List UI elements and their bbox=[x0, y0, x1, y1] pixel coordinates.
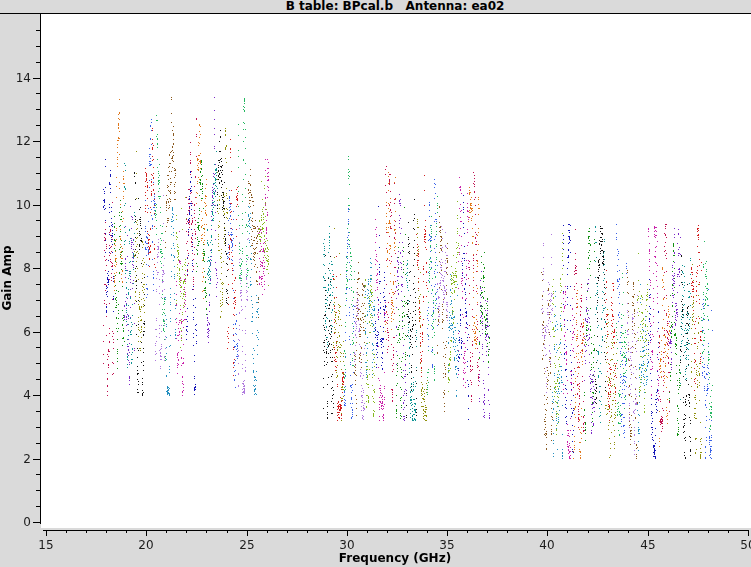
x-minor-tick bbox=[507, 530, 508, 533]
x-minor-tick bbox=[227, 530, 228, 533]
x-minor-tick bbox=[628, 530, 629, 533]
x-minor-tick bbox=[708, 530, 709, 533]
y-minor-tick bbox=[36, 220, 40, 221]
x-minor-tick bbox=[467, 530, 468, 533]
y-major-tick bbox=[33, 141, 40, 142]
y-minor-tick bbox=[36, 284, 40, 285]
y-minor-tick bbox=[36, 93, 40, 94]
x-tick-label: 25 bbox=[227, 538, 267, 552]
x-minor-tick bbox=[567, 530, 568, 533]
y-minor-tick bbox=[36, 189, 40, 190]
y-major-tick bbox=[33, 332, 40, 333]
x-minor-tick bbox=[427, 530, 428, 533]
x-major-tick bbox=[447, 530, 448, 536]
y-axis-title: Gain Amp bbox=[0, 240, 14, 316]
x-minor-tick bbox=[106, 530, 107, 533]
y-minor-tick bbox=[36, 157, 40, 158]
y-tick-label: 10 bbox=[0, 198, 31, 212]
y-tick-label: 2 bbox=[0, 452, 31, 466]
y-tick-label: 12 bbox=[0, 134, 31, 148]
x-minor-tick bbox=[728, 530, 729, 533]
y-major-tick bbox=[33, 459, 40, 460]
y-minor-tick bbox=[36, 443, 40, 444]
x-minor-tick bbox=[387, 530, 388, 533]
x-minor-tick bbox=[668, 530, 669, 533]
y-minor-tick bbox=[36, 109, 40, 110]
x-minor-tick bbox=[487, 530, 488, 533]
x-minor-tick bbox=[688, 530, 689, 533]
y-minor-tick bbox=[36, 316, 40, 317]
y-minor-tick bbox=[36, 30, 40, 31]
x-tick-label: 50 bbox=[728, 538, 751, 552]
x-minor-tick bbox=[267, 530, 268, 533]
x-minor-tick bbox=[206, 530, 207, 533]
y-minor-tick bbox=[36, 236, 40, 237]
x-minor-tick bbox=[307, 530, 308, 533]
y-minor-tick bbox=[36, 411, 40, 412]
x-tick-label: 15 bbox=[26, 538, 66, 552]
x-axis-title: Frequency (GHz) bbox=[42, 551, 748, 565]
y-minor-tick bbox=[36, 300, 40, 301]
x-tick-label: 40 bbox=[527, 538, 567, 552]
plot-window: B table: BPcal.b Antenna: ea02 024681012… bbox=[0, 0, 751, 567]
x-major-tick bbox=[46, 530, 47, 536]
y-minor-tick bbox=[36, 125, 40, 126]
x-major-tick bbox=[247, 530, 248, 536]
x-minor-tick bbox=[166, 530, 167, 533]
x-minor-tick bbox=[126, 530, 127, 533]
y-major-tick bbox=[33, 268, 40, 269]
x-minor-tick bbox=[588, 530, 589, 533]
y-minor-tick bbox=[36, 474, 40, 475]
y-minor-tick bbox=[36, 46, 40, 47]
y-major-tick bbox=[33, 522, 40, 523]
x-tick-label: 20 bbox=[126, 538, 166, 552]
y-minor-tick bbox=[36, 252, 40, 253]
x-minor-tick bbox=[86, 530, 87, 533]
x-minor-tick bbox=[287, 530, 288, 533]
y-tick-label: 14 bbox=[0, 71, 31, 85]
y-major-tick bbox=[33, 78, 40, 79]
x-minor-tick bbox=[66, 530, 67, 533]
y-minor-tick bbox=[36, 506, 40, 507]
y-minor-tick bbox=[36, 347, 40, 348]
x-minor-tick bbox=[327, 530, 328, 533]
y-minor-tick bbox=[36, 427, 40, 428]
x-major-tick bbox=[748, 530, 749, 536]
y-minor-tick bbox=[36, 363, 40, 364]
y-tick-label: 6 bbox=[0, 325, 31, 339]
plot-points-canvas[interactable] bbox=[41, 14, 751, 528]
x-major-tick bbox=[146, 530, 147, 536]
x-tick-label: 30 bbox=[327, 538, 367, 552]
y-tick-label: 4 bbox=[0, 388, 31, 402]
y-major-tick bbox=[33, 395, 40, 396]
x-axis-backbone bbox=[43, 530, 748, 531]
x-major-tick bbox=[547, 530, 548, 536]
y-minor-tick bbox=[36, 490, 40, 491]
x-minor-tick bbox=[608, 530, 609, 533]
y-tick-label: 0 bbox=[0, 515, 31, 529]
x-tick-label: 45 bbox=[628, 538, 668, 552]
x-tick-label: 35 bbox=[427, 538, 467, 552]
x-minor-tick bbox=[527, 530, 528, 533]
x-major-tick bbox=[648, 530, 649, 536]
x-minor-tick bbox=[407, 530, 408, 533]
x-major-tick bbox=[347, 530, 348, 536]
y-minor-tick bbox=[36, 62, 40, 63]
plot-title: B table: BPcal.b Antenna: ea02 bbox=[42, 0, 748, 13]
y-minor-tick bbox=[36, 173, 40, 174]
x-minor-tick bbox=[367, 530, 368, 533]
title-bar: B table: BPcal.b Antenna: ea02 bbox=[0, 0, 751, 14]
x-minor-tick bbox=[186, 530, 187, 533]
y-minor-tick bbox=[36, 379, 40, 380]
y-major-tick bbox=[33, 205, 40, 206]
